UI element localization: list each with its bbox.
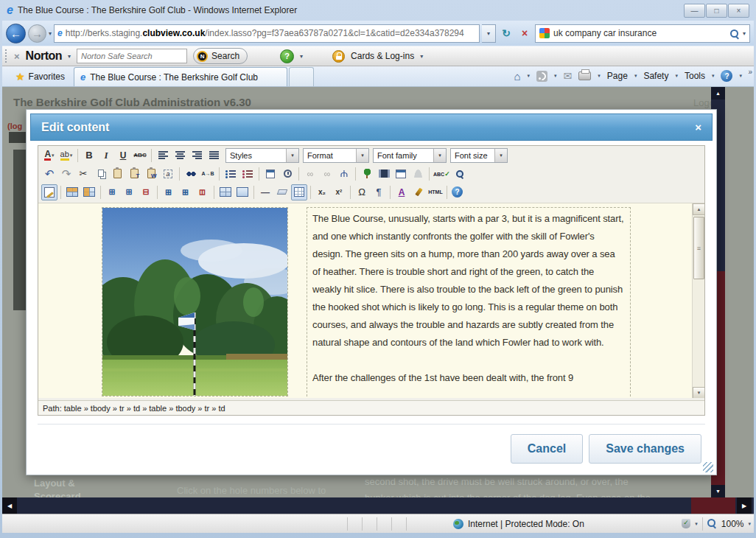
font-size-select[interactable]: Font size▾: [450, 148, 508, 163]
font-family-select[interactable]: Font family▾: [373, 148, 447, 163]
align-center-button[interactable]: [172, 147, 188, 164]
insert-row-before-button[interactable]: ⊞: [104, 184, 120, 200]
strikethrough-button[interactable]: ABC: [132, 147, 148, 164]
favorites-button[interactable]: ★ Favorites: [8, 68, 72, 85]
zoom-level[interactable]: 100%: [721, 519, 744, 529]
redo-button[interactable]: ↷: [58, 166, 74, 182]
recent-pages-dropdown[interactable]: ▾: [49, 30, 52, 37]
format-painter-button[interactable]: [410, 184, 427, 200]
help-dropdown[interactable]: ▾: [739, 73, 742, 79]
scroll-left-arrow[interactable]: ◀: [2, 497, 17, 514]
visual-chars-button[interactable]: ¶: [371, 184, 387, 200]
editor-help-icon[interactable]: ?: [452, 186, 463, 198]
edit-css-button[interactable]: A: [393, 184, 410, 200]
insert-time-button[interactable]: [279, 166, 295, 182]
safety-menu[interactable]: Safety: [643, 71, 668, 81]
print-icon[interactable]: [578, 71, 591, 80]
rss-dropdown[interactable]: ▾: [554, 73, 557, 79]
editor-content-area[interactable]: The Blue Course, unusually, starts with …: [38, 203, 704, 398]
find-button[interactable]: [183, 166, 199, 182]
remove-format-button[interactable]: [274, 184, 290, 200]
help-icon[interactable]: ?: [721, 70, 732, 82]
align-justify-button[interactable]: [206, 147, 222, 164]
search-box[interactable]: ▾: [535, 24, 750, 43]
insert-column-after-button[interactable]: ⊞: [178, 184, 194, 200]
italic-button[interactable]: I: [98, 147, 114, 164]
cancel-button[interactable]: Cancel: [511, 434, 583, 464]
copy-button[interactable]: [92, 166, 108, 182]
zoom-icon[interactable]: [707, 519, 717, 528]
address-bar[interactable]: e http://berks.staging.clubview.co.uk/in…: [54, 24, 480, 43]
insert-row-after-button[interactable]: ⊞: [121, 184, 137, 200]
norton-close-button[interactable]: ×: [14, 51, 20, 62]
highlight-color-button[interactable]: ab▾: [58, 147, 74, 164]
paste-as-text-button[interactable]: T: [126, 166, 142, 182]
cut-button[interactable]: ✂: [75, 166, 91, 182]
anchor-button[interactable]: Ψ: [336, 166, 352, 182]
norton-safety-icon[interactable]: ?: [280, 49, 294, 63]
editor-scroll-down-arrow[interactable]: ▼: [693, 387, 704, 398]
special-char-button[interactable]: Ω: [354, 184, 370, 200]
back-button[interactable]: ←: [6, 24, 26, 43]
select-all-button[interactable]: a: [160, 166, 176, 182]
rss-feed-icon[interactable]: [536, 71, 547, 82]
insert-user-button[interactable]: [410, 166, 426, 182]
superscript-button[interactable]: x²: [331, 184, 347, 200]
paste-from-word-button[interactable]: W: [143, 166, 159, 182]
font-color-button[interactable]: A▾: [41, 147, 57, 164]
protected-mode-icon[interactable]: [682, 519, 690, 528]
styles-select[interactable]: Styles▾: [225, 148, 299, 163]
paste-button[interactable]: [109, 166, 125, 182]
tab-blue-course[interactable]: e The Blue Course : The Berkshire Golf C…: [74, 67, 287, 86]
cards-logins-lock-icon[interactable]: [332, 50, 345, 63]
zoom-dropdown[interactable]: ▾: [748, 521, 751, 527]
undo-button[interactable]: ↶: [41, 166, 57, 182]
page-menu-dropdown[interactable]: ▾: [634, 73, 637, 79]
scroll-right-arrow[interactable]: ▶: [737, 497, 752, 514]
dialog-header[interactable]: Edit content ×: [30, 113, 713, 141]
delete-column-button[interactable]: ⊟: [195, 184, 211, 200]
home-icon[interactable]: ⌂: [514, 70, 521, 83]
safety-menu-dropdown[interactable]: ▾: [675, 73, 678, 79]
refresh-button[interactable]: ↻: [498, 24, 514, 43]
html-source-button[interactable]: HTML: [427, 184, 444, 200]
minimize-button[interactable]: —: [684, 4, 705, 18]
align-left-button[interactable]: [155, 147, 171, 164]
norton-search-input[interactable]: [77, 49, 187, 63]
horizontal-scroll-thumb[interactable]: [691, 497, 735, 514]
search-input[interactable]: [553, 28, 726, 38]
insert-date-button[interactable]: [262, 166, 279, 182]
split-cells-button[interactable]: [217, 184, 234, 200]
subscript-button[interactable]: x₂: [314, 184, 330, 200]
tools-menu-dropdown[interactable]: ▾: [712, 73, 715, 79]
editor-scrollbar[interactable]: ▲ ▼: [692, 203, 704, 398]
bold-button[interactable]: B: [81, 147, 97, 164]
search-magnifier-icon[interactable]: [729, 29, 739, 38]
close-button[interactable]: ×: [728, 4, 749, 18]
title-bar[interactable]: e The Blue Course : The Berkshire Golf C…: [2, 0, 754, 21]
table-row-properties-button[interactable]: [64, 184, 80, 200]
editor-scroll-up-arrow[interactable]: ▲: [693, 203, 704, 215]
scroll-down-arrow[interactable]: ▼: [711, 485, 725, 497]
toolbar-overflow-chevron[interactable]: »: [748, 68, 752, 76]
delete-row-button[interactable]: ⊟: [138, 184, 154, 200]
stop-button[interactable]: ×: [517, 24, 533, 43]
home-dropdown[interactable]: ▾: [528, 73, 531, 79]
insert-table-button[interactable]: [41, 184, 57, 200]
norton-search-button[interactable]: N Search: [193, 48, 248, 64]
dialog-close-icon[interactable]: ×: [695, 121, 701, 133]
merge-cells-button[interactable]: [234, 184, 251, 200]
preview-button[interactable]: [452, 166, 468, 182]
address-dropdown[interactable]: ▾: [482, 24, 496, 43]
save-changes-button[interactable]: Save changes: [589, 434, 701, 464]
editor-scroll-thumb[interactable]: [693, 217, 704, 279]
print-dropdown[interactable]: ▾: [598, 73, 601, 79]
page-menu[interactable]: Page: [607, 71, 628, 81]
insert-image-button[interactable]: [359, 166, 375, 182]
norton-safety-dropdown[interactable]: ▾: [300, 53, 303, 60]
maximize-button[interactable]: □: [706, 4, 727, 18]
format-select[interactable]: Format▾: [303, 148, 369, 163]
search-dropdown[interactable]: ▾: [743, 30, 746, 37]
insert-column-before-button[interactable]: ⊞: [161, 184, 177, 200]
align-right-button[interactable]: [189, 147, 205, 164]
